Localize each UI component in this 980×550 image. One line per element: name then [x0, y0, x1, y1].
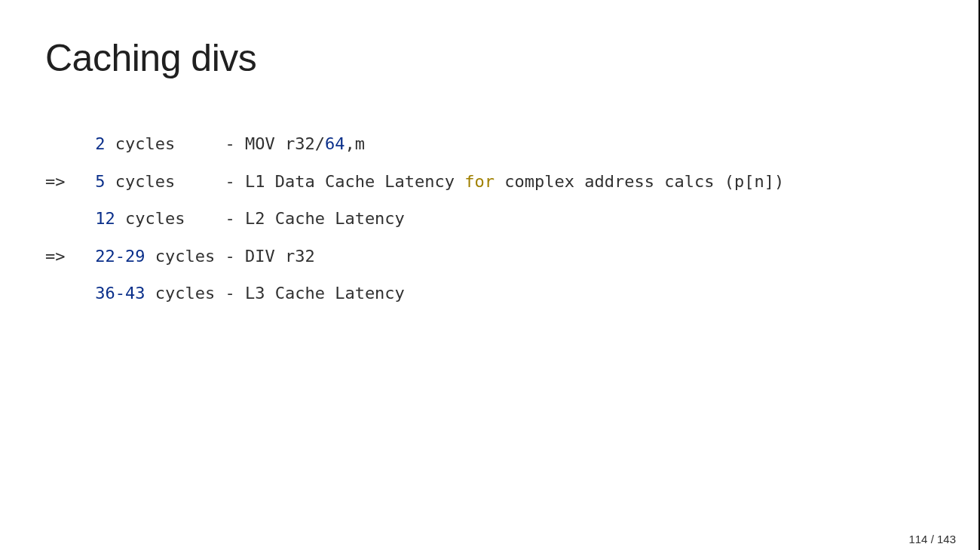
cycles-number: 36-43	[95, 284, 145, 303]
slide: Caching divs 2 cycles - MOV r32/64,m=> 5…	[0, 0, 978, 550]
cycles-number: 5	[95, 172, 105, 191]
code-line: => 5 cycles - L1 Data Cache Latency for …	[45, 163, 933, 201]
cycles-number: 2	[95, 134, 105, 153]
cycles-number: 12	[95, 209, 115, 228]
inline-number: 64	[325, 134, 345, 153]
keyword: for	[464, 172, 495, 191]
code-line: => 22-29 cycles - DIV r32	[45, 238, 933, 275]
code-line: 12 cycles - L2 Cache Latency	[45, 200, 933, 238]
cycles-number: 22-29	[95, 247, 145, 266]
code-line: 36-43 cycles - L3 Cache Latency	[45, 275, 933, 312]
code-line: 2 cycles - MOV r32/64,m	[45, 125, 933, 163]
slide-title: Caching divs	[45, 36, 933, 80]
code-block: 2 cycles - MOV r32/64,m=> 5 cycles - L1 …	[45, 125, 933, 312]
page-number: 114 / 143	[908, 533, 956, 545]
